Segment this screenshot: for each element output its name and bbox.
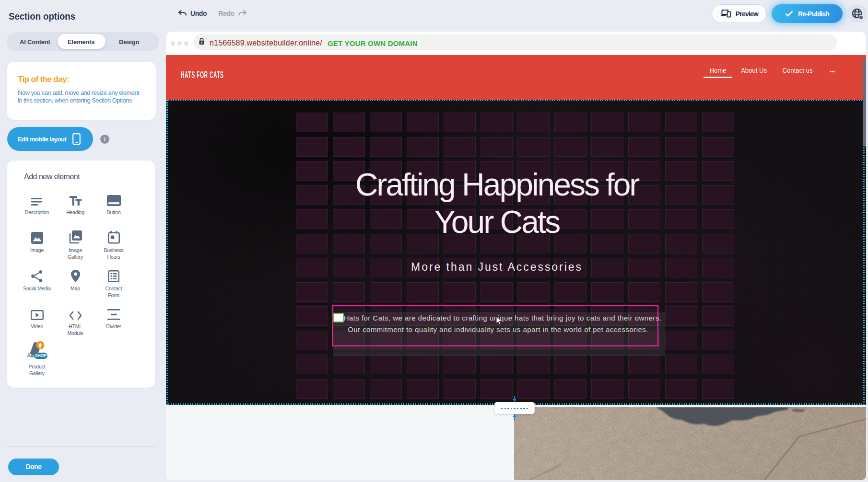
svg-text:SHOP: SHOP [35, 353, 47, 358]
